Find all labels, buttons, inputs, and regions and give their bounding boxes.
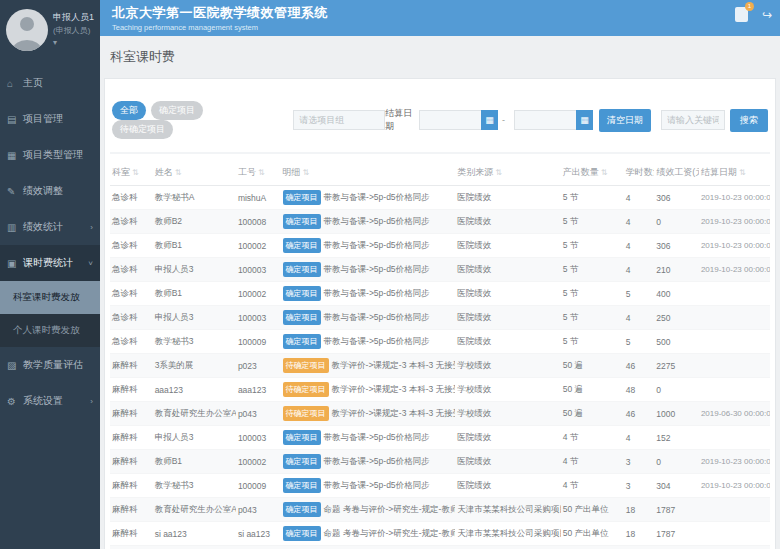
cell-name: 教学秘书3 bbox=[153, 474, 236, 498]
filter-pill[interactable]: 待确定项目 bbox=[112, 120, 173, 139]
status-badge[interactable]: 确定项目 bbox=[283, 214, 321, 229]
sidebar-item[interactable]: ✎ 绩效调整 bbox=[0, 173, 100, 209]
status-badge[interactable]: 确定项目 bbox=[283, 238, 321, 253]
notification-badge: 1 bbox=[745, 2, 754, 11]
column-header[interactable]: 产出数量⇅ bbox=[561, 160, 624, 186]
status-badge[interactable]: 待确定项目 bbox=[283, 358, 329, 373]
status-badge[interactable]: 待确定项目 bbox=[283, 406, 329, 421]
cell-department: 麻醉科 bbox=[110, 498, 153, 522]
table-row[interactable]: 急诊科 教师B1 100002 确定项目带教与备课->5p-d5价格同步 医院绩… bbox=[110, 282, 770, 306]
cell-name: 教学秘书A bbox=[153, 186, 236, 210]
avatar bbox=[6, 9, 48, 51]
sort-icon[interactable]: ⇅ bbox=[495, 168, 502, 177]
table-row[interactable]: 麻醉科 申报人员3 100003 确定项目带教与备课->5p-d5价格同步 医院… bbox=[110, 426, 770, 450]
status-badge[interactable]: 确定项目 bbox=[283, 190, 321, 205]
table-row[interactable]: 麻醉科 3系美的展 p023 待确定项目网络课程建设->课规定-3 本科-3 学… bbox=[110, 546, 770, 549]
calendar-icon[interactable]: ▦ bbox=[576, 110, 593, 130]
status-badge[interactable]: 确定项目 bbox=[283, 454, 321, 469]
table-row[interactable]: 急诊科 申报人员3 100003 确定项目带教与备课->5p-d5价格同步 医院… bbox=[110, 306, 770, 330]
column-header[interactable]: 学时数量⇅ bbox=[624, 160, 654, 186]
status-badge[interactable]: 确定项目 bbox=[283, 286, 321, 301]
table-row[interactable]: 麻醉科 3系美的展 p023 待确定项目教学评价->课规定-3 本科-3 无接受… bbox=[110, 354, 770, 378]
cell-settle-date: 2019-10-23 00:00:00 bbox=[699, 258, 770, 282]
status-badge[interactable]: 确定项目 bbox=[283, 430, 321, 445]
status-badge[interactable]: 确定项目 bbox=[283, 526, 321, 541]
file-icon: ▤ bbox=[7, 114, 18, 125]
logout-icon[interactable]: ↪ bbox=[762, 9, 772, 21]
sort-icon[interactable]: ⇅ bbox=[258, 168, 265, 177]
project-group-input[interactable] bbox=[293, 110, 385, 130]
detail-text: 带教与备课->5p-d5价格同步 bbox=[324, 336, 430, 346]
column-header[interactable]: 科室⇅ bbox=[110, 160, 153, 186]
user-panel[interactable]: 申报人员1 (申报人员) ▾ bbox=[0, 0, 100, 63]
search-button[interactable]: 搜索 bbox=[730, 109, 768, 132]
detail-text: 带教与备课->5p-d5价格同步 bbox=[324, 456, 430, 466]
sidebar-item[interactable]: ▨ 教学质量评估 bbox=[0, 347, 100, 383]
cell-salary: 0 bbox=[654, 450, 699, 474]
column-header[interactable]: 明细⇅ bbox=[281, 160, 456, 186]
notification-icon[interactable]: 1 bbox=[735, 7, 748, 22]
cell-output-qty: 50 遍 bbox=[561, 402, 624, 426]
column-header[interactable]: 姓名⇅ bbox=[153, 160, 236, 186]
table-row[interactable]: 急诊科 教师B2 100008 确定项目带教与备课->5p-d5价格同步 医院绩… bbox=[110, 210, 770, 234]
avatar-head-icon bbox=[20, 17, 34, 31]
user-role-dropdown[interactable]: (申报人员) ▾ bbox=[53, 25, 95, 49]
cell-salary: 0 bbox=[654, 378, 699, 402]
sidebar-item[interactable]: ▥ 绩效统计 › bbox=[0, 209, 100, 245]
sidebar-item[interactable]: ▦ 项目类型管理 bbox=[0, 137, 100, 173]
sidebar-item[interactable]: ⚙ 系统设置 › bbox=[0, 383, 100, 419]
column-header[interactable]: 工号⇅ bbox=[236, 160, 281, 186]
table-row[interactable]: 急诊科 教学秘书A mishuA 确定项目带教与备课->5p-d5价格同步 医院… bbox=[110, 186, 770, 210]
settle-date-end-input[interactable] bbox=[515, 111, 577, 129]
sidebar-item[interactable]: ▣ 课时费统计 ˅ bbox=[0, 245, 100, 281]
keyword-search-input[interactable] bbox=[661, 110, 725, 130]
column-header[interactable]: 类别来源⇅ bbox=[455, 160, 561, 186]
table-row[interactable]: 急诊科 教学秘书3 100009 确定项目带教与备课->5p-d5价格同步 医院… bbox=[110, 330, 770, 354]
cell-settle-date: 2019-10-23 00:00:00 bbox=[699, 234, 770, 258]
cell-hours: 4 bbox=[624, 210, 654, 234]
sidebar-item[interactable]: ⌂ 主页 bbox=[0, 65, 100, 101]
cell-department: 麻醉科 bbox=[110, 378, 153, 402]
sidebar-subitem[interactable]: 科室课时费发放 bbox=[0, 281, 100, 314]
detail-text: 带教与备课->5p-d5价格同步 bbox=[324, 288, 430, 298]
filter-pill[interactable]: 全部 bbox=[112, 101, 146, 120]
cell-settle-date: 2019-10-23 00:00:00 bbox=[699, 450, 770, 474]
sort-icon[interactable]: ⇅ bbox=[132, 168, 139, 177]
sort-icon[interactable]: ⇅ bbox=[303, 168, 310, 177]
sidebar-subitem[interactable]: 个人课时费发放 bbox=[0, 314, 100, 347]
table-row[interactable]: 急诊科 教师B1 100002 确定项目带教与备课->5p-d5价格同步 医院绩… bbox=[110, 234, 770, 258]
status-badge[interactable]: 确定项目 bbox=[283, 334, 321, 349]
settle-date-start-input[interactable] bbox=[420, 111, 482, 129]
cell-output-qty: 5 节 bbox=[561, 330, 624, 354]
column-header[interactable]: 结算日期⇅ bbox=[699, 160, 770, 186]
calendar-icon[interactable]: ▦ bbox=[481, 110, 498, 130]
cell-detail: 确定项目带教与备课->5p-d5价格同步 bbox=[281, 186, 456, 210]
cell-detail: 确定项目带教与备课->5p-d5价格同步 bbox=[281, 306, 456, 330]
column-header[interactable]: 绩效工资(元)⇅ bbox=[654, 160, 699, 186]
sort-icon[interactable]: ⇅ bbox=[739, 168, 746, 177]
status-badge[interactable]: 确定项目 bbox=[283, 310, 321, 325]
status-badge[interactable]: 确定项目 bbox=[283, 262, 321, 277]
table-row[interactable]: 麻醉科 aaa123 aaa123 待确定项目教学评价->课规定-3 本科-3 … bbox=[110, 378, 770, 402]
status-badge[interactable]: 待确定项目 bbox=[283, 382, 329, 397]
cell-salary: 304 bbox=[654, 474, 699, 498]
cell-hours: 4 bbox=[624, 306, 654, 330]
sort-icon[interactable]: ⇅ bbox=[175, 168, 182, 177]
clear-date-button[interactable]: 清空日期 bbox=[599, 109, 651, 132]
cell-settle-date: 2019-10-23 00:00:00 bbox=[699, 210, 770, 234]
cell-detail: 确定项目带教与备课->5p-d5价格同步 bbox=[281, 258, 456, 282]
table-row[interactable]: 麻醉科 教育处研究生办公室A p043 确定项目命题 考卷与评价->研究生-规定… bbox=[110, 498, 770, 522]
filter-pill[interactable]: 确定项目 bbox=[151, 101, 203, 120]
sidebar-item[interactable]: ▤ 项目管理 bbox=[0, 101, 100, 137]
table-row[interactable]: 急诊科 申报人员3 100003 确定项目带教与备课->5p-d5价格同步 医院… bbox=[110, 258, 770, 282]
table-row[interactable]: 麻醉科 教师B1 100002 确定项目带教与备课->5p-d5价格同步 医院绩… bbox=[110, 450, 770, 474]
table-row[interactable]: 麻醉科 教学秘书3 100009 确定项目带教与备课->5p-d5价格同步 医院… bbox=[110, 474, 770, 498]
sort-icon[interactable]: ⇅ bbox=[601, 168, 608, 177]
table-row[interactable]: 麻醉科 教育处研究生办公室A p043 待确定项目教学评价->课规定-3 本科-… bbox=[110, 402, 770, 426]
fees-table: 科室⇅姓名⇅工号⇅明细⇅类别来源⇅产出数量⇅学时数量⇅绩效工资(元)⇅结算日期⇅… bbox=[110, 160, 770, 549]
cell-salary: 1787 bbox=[654, 498, 699, 522]
cell-settle-date bbox=[699, 426, 770, 450]
status-badge[interactable]: 确定项目 bbox=[283, 478, 321, 493]
status-badge[interactable]: 确定项目 bbox=[283, 502, 321, 517]
table-row[interactable]: 麻醉科 si aa123 si aa123 确定项目命题 考卷与评价->研究生-… bbox=[110, 522, 770, 546]
